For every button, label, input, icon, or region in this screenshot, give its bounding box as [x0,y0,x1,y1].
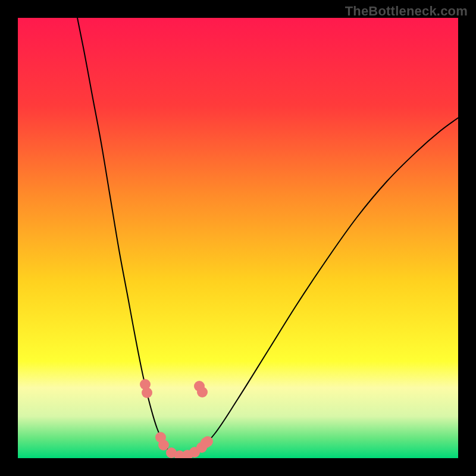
chart-frame: TheBottleneck.com [0,0,476,476]
plot-area [18,18,458,458]
watermark-text: TheBottleneck.com [345,4,468,19]
scatter-point [197,387,208,397]
scatter-point [201,437,211,448]
chart-svg [18,18,458,458]
background-gradient [18,18,458,458]
scatter-point [158,440,169,450]
scatter-point [142,387,152,398]
